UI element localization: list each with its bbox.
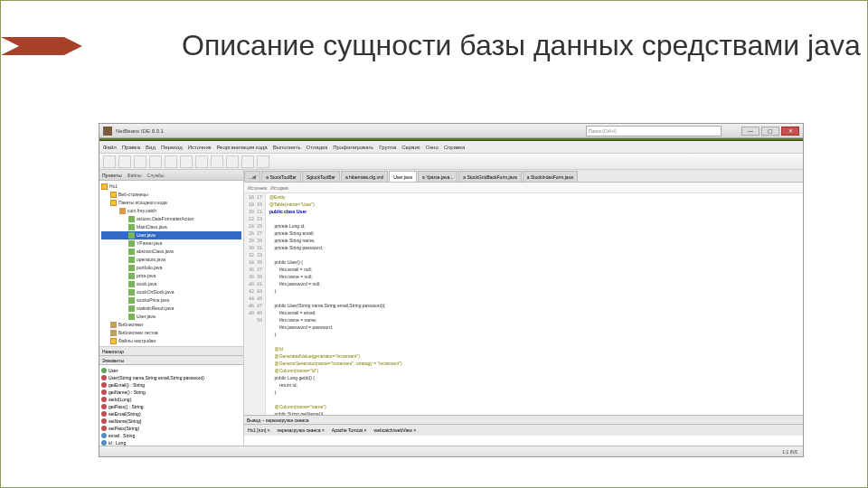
method-icon bbox=[101, 382, 107, 388]
tree-item[interactable]: YParser.java bbox=[101, 239, 241, 248]
menu-item[interactable]: Справка bbox=[444, 145, 466, 150]
panel-tab[interactable]: Проекты bbox=[102, 173, 122, 178]
tree-item[interactable]: price.java bbox=[101, 272, 241, 280]
nav-label: getEmail() : String bbox=[108, 381, 145, 389]
menu-item[interactable]: Источник bbox=[188, 145, 212, 150]
nav-item[interactable]: User bbox=[101, 367, 241, 374]
java-icon bbox=[128, 289, 135, 296]
tree-label: MainClass.java bbox=[137, 223, 167, 231]
code-editor[interactable]: @Entity @Table(name="User") public class… bbox=[266, 193, 803, 415]
tree-item[interactable]: abstractClass.java bbox=[101, 248, 241, 256]
menu-item[interactable]: Вид bbox=[146, 145, 156, 150]
nav-item[interactable]: id : Long bbox=[101, 439, 241, 446]
search-input[interactable]: Поиск (Ctrl+I) bbox=[586, 126, 722, 136]
tree-item[interactable]: User.java bbox=[101, 231, 241, 239]
menu-item[interactable]: Выполнить bbox=[273, 145, 301, 150]
breadcrumb: Источник История bbox=[244, 183, 803, 193]
nav-item[interactable]: setEmail(String) bbox=[101, 410, 241, 418]
menu-item[interactable]: Группа bbox=[379, 145, 396, 150]
tree-label: Пакеты исходного кода bbox=[118, 199, 167, 207]
editor-tab[interactable]: User.java bbox=[389, 171, 417, 182]
menu-item[interactable]: Окно bbox=[426, 145, 439, 150]
nav-item[interactable]: getName() : String bbox=[101, 389, 241, 396]
tree-item[interactable]: Веб-страницы bbox=[101, 191, 241, 199]
nav-item[interactable]: User(String name,String email,String pas… bbox=[101, 374, 241, 381]
nav-item[interactable]: getPass() : String bbox=[101, 403, 241, 410]
titlebar[interactable]: NetBeans IDE 8.0.1 Поиск (Ctrl+I) — ▢ ✕ bbox=[99, 124, 803, 138]
nav-label: setPass(String) bbox=[108, 425, 139, 432]
menu-item[interactable]: Отладка bbox=[307, 145, 328, 150]
output-tab[interactable]: Apache Tomcat × bbox=[332, 427, 367, 433]
menu-item[interactable]: Реорганизация кода bbox=[216, 145, 267, 150]
tree-item[interactable]: Файлы настройки bbox=[101, 337, 241, 345]
maximize-button[interactable]: ▢ bbox=[761, 127, 779, 136]
nav-label: User bbox=[108, 367, 118, 374]
editor-tab[interactable]: a StockGridBackForm.java bbox=[458, 171, 521, 182]
tree-item[interactable]: Пакеты исходного кода bbox=[101, 199, 241, 207]
tree-item[interactable]: stock.java bbox=[101, 280, 241, 288]
undo-icon[interactable] bbox=[165, 155, 177, 168]
editor-tab[interactable]: SglockToolBar bbox=[302, 171, 340, 182]
tree-item[interactable]: MainClass.java bbox=[101, 223, 241, 231]
tree-item[interactable]: Библиотеки bbox=[101, 321, 241, 329]
run-icon[interactable] bbox=[226, 155, 239, 168]
tree-item[interactable]: Библиотеки тестов bbox=[101, 329, 241, 337]
status-right: 1:1 INS bbox=[782, 449, 797, 455]
menu-item[interactable]: Переход bbox=[161, 145, 183, 150]
tree-item[interactable]: portfolio.java bbox=[101, 264, 241, 272]
tree-item[interactable]: User.java bbox=[101, 313, 241, 321]
menu-item[interactable]: Файл bbox=[103, 145, 117, 150]
output-label: Вывод – перезагрузка сеанса bbox=[244, 416, 803, 425]
redo-icon[interactable] bbox=[180, 155, 193, 168]
navigator-sub[interactable]: Элементы bbox=[99, 356, 243, 365]
editor-tab[interactable]: a StockToolBar bbox=[261, 171, 301, 182]
tree-label: User.java bbox=[137, 231, 156, 239]
menu-item[interactable]: Профилировать bbox=[333, 145, 373, 150]
editor-tab[interactable]: a hibernate.cfg.xml bbox=[341, 171, 388, 182]
method-icon bbox=[101, 397, 107, 402]
panel-tab[interactable]: Файлы bbox=[127, 173, 142, 178]
tree-item[interactable]: com.frey.catch bbox=[101, 207, 241, 215]
java-icon bbox=[128, 273, 135, 279]
minimize-button[interactable]: — bbox=[741, 127, 760, 136]
tree-item[interactable]: actions.DateFormatterAction bbox=[101, 215, 241, 223]
menu-item[interactable]: Правка bbox=[122, 145, 140, 150]
editor-tab[interactable]: a StockIndexForm.java bbox=[523, 171, 578, 182]
editor-tab[interactable]: ...af bbox=[244, 171, 260, 182]
editor-tab[interactable]: a Yparse.java... bbox=[418, 171, 458, 182]
save-all-icon[interactable] bbox=[149, 155, 162, 168]
debug-icon[interactable] bbox=[241, 155, 254, 168]
nav-item[interactable]: email : String bbox=[101, 432, 241, 439]
close-button[interactable]: ✕ bbox=[781, 127, 799, 136]
nav-item[interactable]: getEmail() : String bbox=[101, 381, 241, 389]
new-file-icon[interactable] bbox=[103, 155, 116, 168]
nav-item[interactable]: setId(Long) bbox=[101, 396, 241, 403]
tree-label: portfolio.java bbox=[137, 264, 162, 272]
menu-item[interactable]: Сервис bbox=[401, 145, 420, 150]
tree-item[interactable]: operators.java bbox=[101, 256, 241, 264]
open-icon[interactable] bbox=[134, 155, 146, 168]
tree-item[interactable]: statisticResult.java bbox=[101, 305, 241, 313]
tree-item[interactable]: stocksPrice.java bbox=[101, 296, 241, 305]
nav-item[interactable]: setName(String) bbox=[101, 418, 241, 425]
profile-icon[interactable] bbox=[257, 155, 269, 168]
tree-item[interactable]: stockOnStock.java bbox=[101, 288, 241, 296]
nav-label: setId(Long) bbox=[108, 396, 131, 403]
output-tab[interactable]: Hs1 [run] × bbox=[248, 427, 270, 433]
crumb-history[interactable]: История bbox=[270, 185, 288, 191]
editor-tabs: ...afa StockToolBarSglockToolBara hibern… bbox=[244, 170, 803, 183]
clean-build-icon[interactable] bbox=[211, 155, 223, 168]
app-icon bbox=[103, 127, 112, 136]
nav-item[interactable]: setPass(String) bbox=[101, 425, 241, 432]
output-tab[interactable]: перезагрузка сеанса × bbox=[278, 427, 325, 433]
method-icon bbox=[101, 389, 107, 395]
tree-item[interactable]: Hs1 bbox=[101, 183, 241, 191]
crumb-source[interactable]: Источник bbox=[248, 185, 267, 191]
build-icon[interactable] bbox=[195, 155, 208, 168]
toolbar bbox=[99, 154, 803, 170]
output-tab[interactable]: webcatch/webView × bbox=[374, 427, 417, 433]
tree-label: com.frey.catch bbox=[127, 207, 156, 215]
new-project-icon[interactable] bbox=[118, 155, 131, 168]
output-body bbox=[244, 436, 803, 446]
panel-tab[interactable]: Службы bbox=[147, 173, 165, 178]
